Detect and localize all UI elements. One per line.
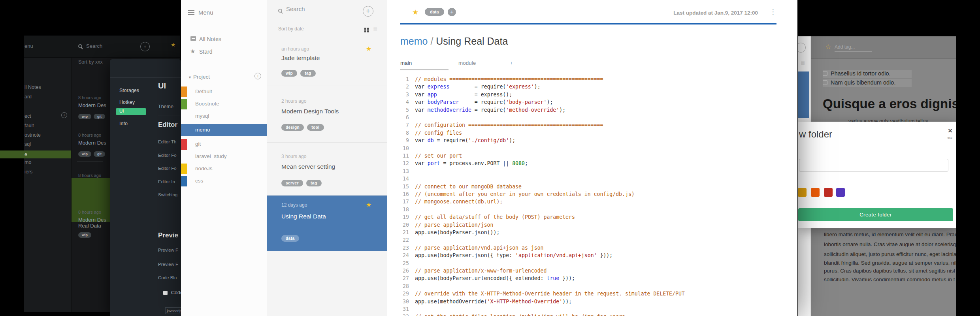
sidebar-folder-Boostnote[interactable]: Boostnote bbox=[181, 98, 267, 110]
left-folder-iers[interactable]: iers bbox=[24, 169, 32, 175]
left-new-note-button[interactable]: + bbox=[140, 42, 150, 51]
line-number: 15 bbox=[387, 184, 409, 190]
sidebar-folder-mysql[interactable]: mysql bbox=[181, 110, 267, 122]
note-tags: wipgit bbox=[78, 150, 107, 157]
sidebar-folder-laravel_study[interactable]: laravel_study bbox=[181, 150, 267, 163]
tab-main[interactable]: main bbox=[400, 60, 412, 66]
note-title-text[interactable]: Using Real Data bbox=[436, 36, 508, 47]
sidebar-folder-Default[interactable]: Default bbox=[181, 86, 267, 98]
sidebar-item-starred[interactable]: Stard bbox=[199, 49, 212, 55]
star-outline-icon[interactable]: ☆ bbox=[825, 43, 831, 51]
menu-label[interactable]: Menu bbox=[198, 9, 213, 16]
note-list-item[interactable]: an hours ago★Jade templatewiptag bbox=[267, 41, 387, 85]
code-text: // config files bbox=[415, 130, 462, 136]
right-topbar: ☆ Add tag... bbox=[811, 36, 956, 59]
settings-nav-UI[interactable]: UI bbox=[116, 108, 146, 115]
note-time: 3 hours ago bbox=[281, 154, 306, 159]
color-swatch[interactable] bbox=[836, 188, 845, 197]
note-list-item[interactable]: 2 hours agoModern Design Toolsdesigntool bbox=[267, 85, 387, 143]
grid-view-icon[interactable] bbox=[364, 28, 366, 30]
code-editor[interactable]: 1// modules ============================… bbox=[387, 75, 797, 316]
sort-by-label[interactable]: Sort by date bbox=[278, 26, 304, 32]
left-folder-mo[interactable]: mo bbox=[24, 160, 31, 165]
left-sidebar-starred[interactable]: ard bbox=[24, 94, 32, 100]
star-icon[interactable]: ★ bbox=[366, 45, 371, 53]
settings-item[interactable]: Editor In bbox=[158, 179, 175, 184]
settings-item[interactable]: Editor Fo bbox=[158, 153, 177, 158]
code-token: ); bbox=[534, 84, 541, 90]
new-note-button[interactable]: + bbox=[363, 6, 373, 17]
color-swatch[interactable] bbox=[798, 188, 807, 197]
note-divider bbox=[77, 123, 103, 123]
search-input[interactable]: Search bbox=[286, 6, 305, 12]
checkbox[interactable] bbox=[823, 71, 827, 76]
tab-+[interactable]: + bbox=[510, 60, 513, 66]
note-title: Modern Des bbox=[78, 140, 108, 146]
star-icon[interactable]: ★ bbox=[171, 41, 176, 48]
star-icon[interactable]: ★ bbox=[412, 8, 418, 17]
list-view-icon[interactable]: ≣ bbox=[373, 25, 378, 32]
left-sidebar-project[interactable]: ect bbox=[24, 113, 31, 119]
left-menu-label[interactable]: enu bbox=[24, 43, 33, 49]
left-folder-fault[interactable]: fault bbox=[24, 123, 34, 128]
note-tag-badge[interactable]: data bbox=[425, 8, 444, 16]
color-swatch[interactable] bbox=[811, 188, 820, 197]
sidebar-folder-memo[interactable]: memo bbox=[181, 124, 267, 136]
checkbox-label: Nam quis bibendum odio. bbox=[831, 79, 895, 86]
settings-item[interactable]: Preview F bbox=[158, 262, 178, 267]
folder-name-input[interactable] bbox=[799, 159, 948, 172]
color-swatch[interactable] bbox=[824, 188, 833, 197]
breadcrumb-folder[interactable]: memo bbox=[400, 36, 428, 47]
selected-note-strip[interactable] bbox=[798, 71, 809, 118]
settings-item[interactable]: Switching bbox=[158, 192, 177, 197]
code-token: methodOverride bbox=[428, 107, 471, 113]
code-line: 23// parse application/vnd.api+json as j… bbox=[387, 245, 797, 252]
code-token: // set the static files location /public… bbox=[415, 314, 625, 316]
line-number: 25 bbox=[387, 260, 409, 266]
settings-item[interactable]: Preview F bbox=[158, 248, 178, 252]
settings-item[interactable]: Code Blo bbox=[158, 275, 177, 280]
code-line: 16// (uncomment after you enter in your … bbox=[387, 191, 797, 199]
settings-nav-Info[interactable]: Info bbox=[119, 121, 128, 126]
left-sidebar-all-notes[interactable]: ll Notes bbox=[24, 85, 41, 90]
chevron-down-icon[interactable]: ▼ bbox=[188, 75, 192, 79]
settings-item[interactable]: Editor Fo bbox=[158, 166, 177, 171]
checkbox[interactable] bbox=[823, 80, 827, 85]
code-line: 4var bodyParser = require('body-parser')… bbox=[387, 99, 797, 107]
left-add-folder-button[interactable]: + bbox=[61, 112, 67, 118]
code-line: 28 bbox=[387, 283, 797, 291]
sidebar-item-all-notes[interactable]: All Notes bbox=[199, 36, 221, 42]
settings-item[interactable]: Editor Th bbox=[158, 139, 176, 144]
kebab-menu-icon[interactable]: ⋮ bbox=[769, 7, 777, 16]
add-tag-button[interactable]: + bbox=[448, 8, 456, 16]
hamburger-icon[interactable] bbox=[188, 10, 194, 15]
settings-code-theme-select[interactable]: javascrip bbox=[165, 307, 181, 314]
list-view-icon[interactable]: ≣ bbox=[801, 60, 805, 66]
note-list-item[interactable]: 12 days ago★Using Real Datadata bbox=[267, 196, 387, 251]
code-line: 14 bbox=[387, 176, 797, 183]
left-folder-ostnote[interactable]: ostnote bbox=[24, 132, 41, 138]
folder-label: Boostnote bbox=[195, 101, 219, 107]
settings-checkbox[interactable] bbox=[163, 291, 168, 295]
note-list-item[interactable]: 3 hours agoMean server settingservertag bbox=[267, 143, 387, 196]
sidebar-folder-nodeJs[interactable]: nodeJs bbox=[181, 163, 267, 175]
star-icon[interactable]: ★ bbox=[366, 201, 371, 209]
left-search-input[interactable]: Search bbox=[86, 43, 102, 49]
settings-nav-Hotkey[interactable]: Hotkey bbox=[119, 100, 135, 105]
code-line: 20// parse application/json bbox=[387, 222, 797, 229]
settings-nav-Storages[interactable]: Storages bbox=[119, 88, 139, 93]
add-tag-input[interactable]: Add tag... bbox=[835, 44, 872, 52]
tab-module[interactable]: module bbox=[458, 60, 476, 66]
left-folder-sql[interactable]: sql bbox=[24, 141, 31, 147]
sidebar-folder-git[interactable]: git bbox=[181, 138, 267, 150]
code-token: var bbox=[415, 84, 428, 90]
create-folder-button[interactable]: Create folder bbox=[798, 208, 953, 221]
code-line: 19// get all data/stuff of the body (POS… bbox=[387, 214, 797, 222]
project-tree-label[interactable]: Project bbox=[193, 74, 210, 80]
code-text: var methodOverride = require('method-ove… bbox=[415, 107, 565, 113]
left-sort-label[interactable]: Sort by xxx bbox=[78, 59, 103, 65]
close-icon[interactable]: × bbox=[948, 126, 952, 135]
sidebar-folder-css[interactable]: css bbox=[181, 175, 267, 187]
add-folder-button[interactable]: + bbox=[254, 73, 261, 79]
new-note-button[interactable] bbox=[798, 43, 806, 53]
